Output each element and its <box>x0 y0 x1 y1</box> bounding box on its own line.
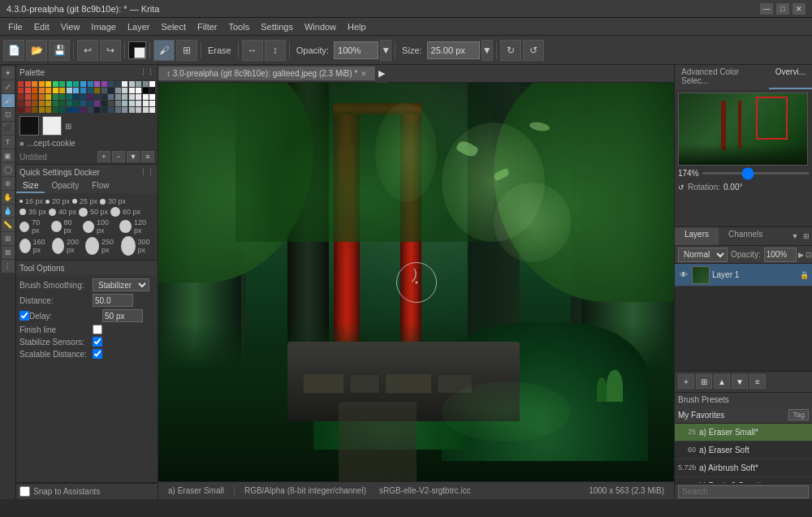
palette-cell[interactable] <box>102 101 107 106</box>
palette-cell[interactable] <box>94 107 100 113</box>
palette-cell[interactable] <box>25 88 31 93</box>
palette-cell[interactable] <box>149 101 155 106</box>
palette-cell[interactable] <box>94 94 100 100</box>
canvas-tab-main[interactable]: ↕ 3.0-prealpha (git 8c9b10e): galteed.jp… <box>158 67 376 80</box>
scalable-distance-checkbox[interactable] <box>93 349 102 359</box>
gradient-tool[interactable]: ▣ <box>2 149 15 162</box>
colorpicker-tool[interactable]: 💧 <box>2 205 15 218</box>
background-swatch[interactable] <box>42 116 62 136</box>
grid-view[interactable]: ⊞ <box>176 40 197 61</box>
move-layer-down-button[interactable]: ▼ <box>732 374 748 389</box>
palette-cell[interactable] <box>32 81 37 87</box>
zoom-tool[interactable]: ⊕ <box>2 177 15 190</box>
palette-menu-button[interactable]: ▼ <box>127 151 140 162</box>
brush-dot-80[interactable] <box>51 221 62 232</box>
shape-tool[interactable]: ◯ <box>2 163 15 176</box>
brush-dot-120[interactable] <box>119 220 132 233</box>
palette-cell[interactable] <box>143 94 149 100</box>
new-button[interactable]: 📄 <box>3 40 24 61</box>
palette-cell[interactable] <box>73 88 79 93</box>
menu-filter[interactable]: Filter <box>192 20 222 33</box>
palette-cell[interactable] <box>129 81 135 87</box>
magnetic-select-tool[interactable]: ⋮ <box>2 260 15 273</box>
palette-cell[interactable] <box>25 101 31 106</box>
bp-item-eraser-small[interactable]: 25 a) Eraser Small* <box>675 424 812 442</box>
palette-cell[interactable] <box>143 81 149 87</box>
palette-cell[interactable] <box>25 81 31 87</box>
opacity-options-icon[interactable]: ⊡ <box>806 248 812 262</box>
palette-cell[interactable] <box>25 107 31 113</box>
palette-cell[interactable] <box>88 88 93 93</box>
palette-cell[interactable] <box>122 81 127 87</box>
menu-help[interactable]: Help <box>343 20 371 33</box>
palette-cell[interactable] <box>45 94 51 100</box>
rotate-ccw-button[interactable]: ↺ <box>523 40 544 61</box>
bp-item-airbrush[interactable]: 5.72b a) Airbrush Soft* <box>675 459 812 477</box>
palette-cell[interactable] <box>136 101 141 106</box>
palette-cell[interactable] <box>108 101 114 106</box>
brush-dot-30[interactable] <box>100 199 106 205</box>
size-chevron[interactable]: ▼ <box>482 40 493 61</box>
palette-cell[interactable] <box>53 94 58 100</box>
snap-checkbox[interactable] <box>19 486 30 497</box>
palette-cell[interactable] <box>73 94 79 100</box>
channels-tab[interactable]: Channels <box>719 227 772 245</box>
palette-cell[interactable] <box>45 101 51 106</box>
palette-cell[interactable] <box>67 88 72 93</box>
advanced-color-tab[interactable]: Advanced Color Selec... <box>675 65 769 89</box>
close-button[interactable]: ✕ <box>793 3 806 15</box>
palette-cell[interactable] <box>32 101 37 106</box>
palette-cell[interactable] <box>102 88 107 93</box>
brush-dot-160[interactable] <box>19 239 31 253</box>
palette-cell[interactable] <box>88 94 93 100</box>
foreground-color[interactable] <box>128 41 146 59</box>
menu-select[interactable]: Select <box>156 20 191 33</box>
canvas-viewport[interactable]: ) <box>158 83 674 481</box>
add-color-button[interactable]: + <box>97 151 110 162</box>
menu-image[interactable]: Image <box>86 20 121 33</box>
brush-dot-200[interactable] <box>52 238 64 254</box>
palette-cell[interactable] <box>45 81 51 87</box>
rotate-cw-button[interactable]: ↻ <box>500 40 521 61</box>
delay-checkbox[interactable] <box>19 311 29 321</box>
opacity-input[interactable] <box>334 41 378 59</box>
delay-input[interactable] <box>102 309 143 322</box>
menu-layer[interactable]: Layer <box>123 20 155 33</box>
duplicate-layer-button[interactable]: ⊞ <box>696 374 712 389</box>
palette-cell[interactable] <box>94 81 100 87</box>
menu-tools[interactable]: Tools <box>224 20 255 33</box>
palette-cell[interactable] <box>39 94 45 100</box>
brush-dot-35[interactable] <box>19 209 26 215</box>
transform-tool[interactable]: ⤢ <box>2 80 15 93</box>
palette-cell[interactable] <box>59 88 65 93</box>
palette-cell[interactable] <box>18 107 24 113</box>
bp-item-basic2[interactable]: 40 b) Basic-2 Opacity <box>675 477 812 484</box>
open-button[interactable]: 📂 <box>26 40 47 61</box>
eraser-tool[interactable]: ⊡ <box>2 108 15 121</box>
palette-cell[interactable] <box>129 94 135 100</box>
opacity-chevron-right[interactable]: ▶ <box>798 248 804 262</box>
undo-button[interactable]: ↩ <box>77 40 98 61</box>
layer-item-1[interactable]: 👁 Layer 1 🔒 <box>675 264 812 287</box>
minimize-button[interactable]: — <box>760 3 773 15</box>
palette-cell[interactable] <box>136 88 141 93</box>
palette-cell[interactable] <box>59 107 65 113</box>
palette-cell[interactable] <box>108 94 114 100</box>
palette-cell[interactable] <box>108 88 114 93</box>
menu-file[interactable]: File <box>3 20 28 33</box>
brush-dot-100[interactable] <box>83 221 94 233</box>
finish-line-checkbox[interactable] <box>93 325 102 334</box>
palette-cell[interactable] <box>115 101 121 106</box>
palette-cell[interactable] <box>25 94 31 100</box>
tab-scroll-right[interactable]: ▶ <box>376 65 387 83</box>
qs-tab-flow[interactable]: Flow <box>85 179 115 193</box>
palette-cell[interactable] <box>39 107 45 113</box>
distance-input[interactable] <box>93 294 133 307</box>
layers-settings-icon[interactable]: ▼ <box>789 227 801 245</box>
opacity-chevron[interactable]: ▼ <box>380 40 391 61</box>
layer-visibility-button[interactable]: 👁 <box>678 269 689 281</box>
mirror-h-button[interactable]: ↔ <box>242 40 263 61</box>
menu-window[interactable]: Window <box>300 20 341 33</box>
palette-cell[interactable] <box>149 107 155 113</box>
mirror-v-button[interactable]: ↕ <box>265 40 286 61</box>
